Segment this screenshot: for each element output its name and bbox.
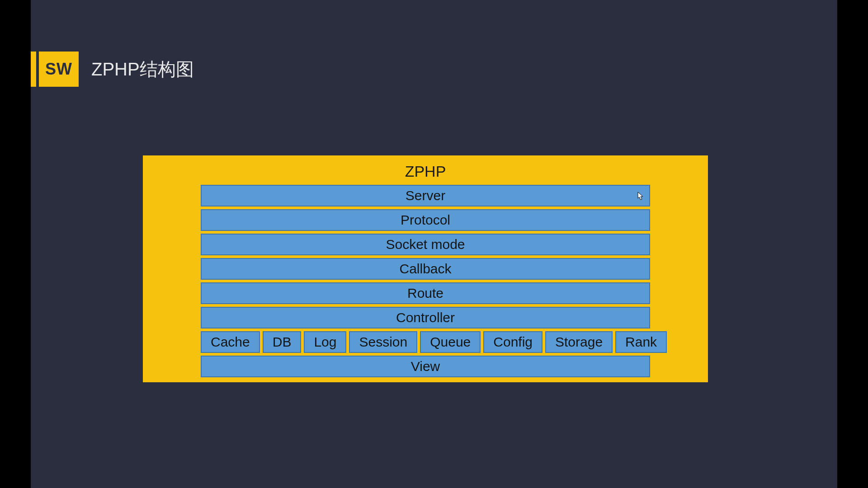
layer-callback: Callback [201, 258, 650, 280]
accent-strip [31, 52, 36, 87]
component-cache: Cache [201, 331, 260, 353]
component-db: DB [263, 331, 302, 353]
layer-server: Server [201, 185, 650, 206]
logo-badge: SW [39, 52, 79, 87]
slide-header: SW ZPHP结构图 [31, 52, 194, 87]
layer-controller: Controller [201, 307, 650, 328]
component-config: Config [483, 331, 542, 353]
layer-socket-mode: Socket mode [201, 234, 650, 255]
diagram-title: ZPHP [151, 163, 700, 180]
component-rank: Rank [615, 331, 667, 353]
layer-route: Route [201, 282, 650, 304]
component-log: Log [304, 331, 346, 353]
slide-title: ZPHP结构图 [91, 57, 194, 82]
layer-view: View [201, 356, 650, 377]
component-queue: Queue [420, 331, 481, 353]
architecture-diagram: ZPHP Server Protocol Socket mode Callbac… [143, 155, 708, 382]
component-storage: Storage [545, 331, 613, 353]
component-session: Session [349, 331, 417, 353]
layer-stack: Server Protocol Socket mode Callback Rou… [201, 185, 650, 377]
components-row: Cache DB Log Session Queue Config Storag… [201, 331, 650, 353]
layer-protocol: Protocol [201, 209, 650, 231]
